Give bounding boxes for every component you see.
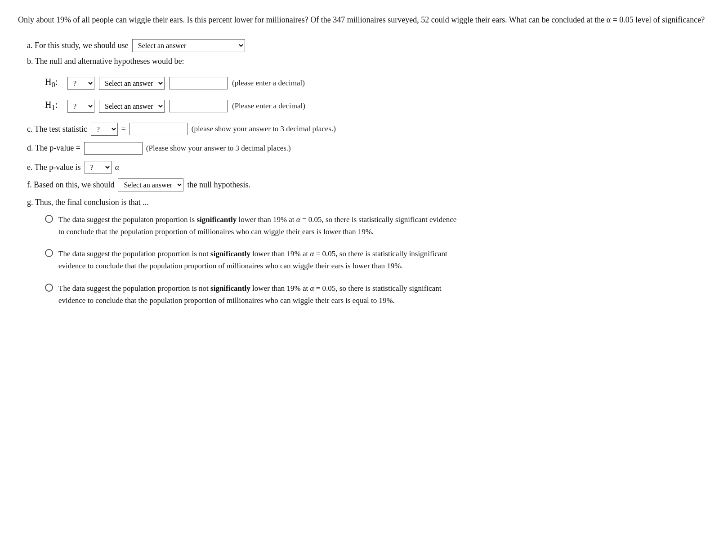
h0-operator-select[interactable]: ? = ≠ < > ≤ ≥ xyxy=(67,77,94,90)
part-e-operator-select[interactable]: ? = ≠ < > ≤ ≥ xyxy=(85,161,112,174)
part-a-select[interactable]: Select an answer z-test for a population… xyxy=(132,39,245,52)
option-row-3: The data suggest the population proporti… xyxy=(45,282,710,307)
part-b-label: b. The null and alternative hypotheses w… xyxy=(27,57,184,66)
h0-note: (please enter a decimal) xyxy=(232,79,305,88)
part-c-equals: = xyxy=(121,124,126,134)
part-g-label: g. Thus, the final conclusion is that ..… xyxy=(27,198,149,207)
option-2-text: The data suggest the population proporti… xyxy=(58,248,463,272)
option-row-2: The data suggest the population proporti… xyxy=(45,248,710,272)
option-1-text: The data suggest the populaton proportio… xyxy=(58,213,463,238)
h0-value-input[interactable] xyxy=(169,77,228,89)
part-e-label: e. The p-value is xyxy=(27,163,81,172)
option-row-1: The data suggest the populaton proportio… xyxy=(45,213,710,238)
part-e-alpha: α xyxy=(115,163,119,172)
option-2-radio[interactable] xyxy=(45,249,53,257)
h1-answer-select[interactable]: Select an answer p μ p̂ x̄ xyxy=(99,100,165,113)
option-3-radio[interactable] xyxy=(45,284,53,292)
part-f-label-after: the null hypothesis. xyxy=(187,180,250,190)
part-a-label: a. For this study, we should use xyxy=(27,41,129,50)
part-c-label: c. The test statistic xyxy=(27,124,87,134)
part-c-note: (please show your answer to 3 decimal pl… xyxy=(192,124,336,133)
h1-note: (Please enter a decimal) xyxy=(232,102,305,111)
option-1-radio[interactable] xyxy=(45,215,53,223)
h0-answer-select[interactable]: Select an answer p μ p̂ x̄ xyxy=(99,77,165,90)
part-d-note: (Please show your answer to 3 decimal pl… xyxy=(146,144,291,153)
h1-label: H1: xyxy=(45,100,63,112)
part-f-select[interactable]: Select an answer reject fail to reject a… xyxy=(118,178,183,191)
h1-value-input[interactable] xyxy=(169,100,228,112)
h0-label: H0: xyxy=(45,77,63,89)
option-3-text: The data suggest the population proporti… xyxy=(58,282,463,307)
part-f-label-before: f. Based on this, we should xyxy=(27,180,114,190)
part-c-operator-select[interactable]: ? = ≠ < > ≤ ≥ xyxy=(91,123,118,136)
h1-operator-select[interactable]: ? = ≠ < > ≤ ≥ xyxy=(67,100,94,113)
part-d-label: d. The p-value = xyxy=(27,143,80,153)
intro-text: Only about 19% of all people can wiggle … xyxy=(18,13,710,27)
part-d-input[interactable] xyxy=(84,142,143,155)
part-c-input[interactable] xyxy=(130,123,188,135)
